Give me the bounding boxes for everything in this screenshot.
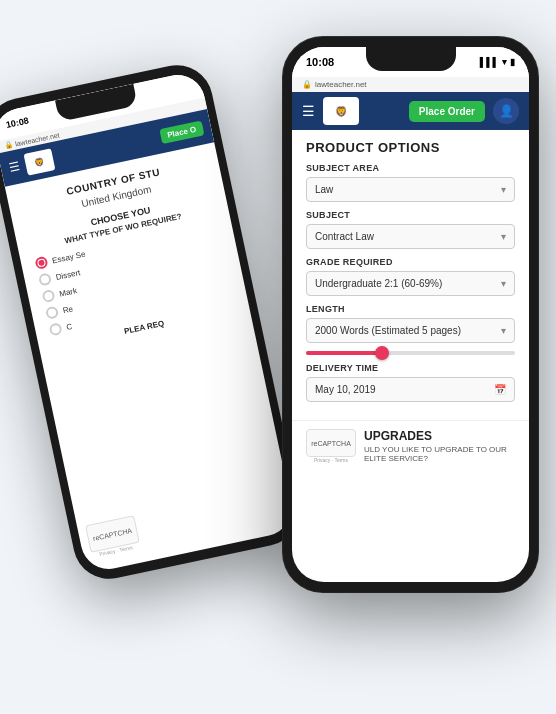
subject-value: Contract Law bbox=[315, 231, 374, 242]
subject-select[interactable]: Contract Law ▾ bbox=[306, 224, 515, 249]
status-icons: ▌▌▌ ▾ ▮ bbox=[480, 57, 515, 67]
back-logo: 🦁 bbox=[23, 148, 55, 175]
subject-chevron-icon: ▾ bbox=[501, 231, 506, 242]
radio-circle-2[interactable] bbox=[41, 289, 55, 303]
subject-area-chevron-icon: ▾ bbox=[501, 184, 506, 195]
grade-label: GRADE REQUIRED bbox=[306, 257, 515, 267]
front-lion-icon: 🦁 bbox=[335, 106, 347, 117]
calendar-icon: 📅 bbox=[494, 384, 506, 395]
recaptcha-front: reCAPTCHA Privacy · Terms bbox=[306, 429, 356, 463]
front-hamburger-icon[interactable]: ☰ bbox=[302, 103, 315, 119]
grade-value: Undergraduate 2:1 (60-69%) bbox=[315, 278, 442, 289]
length-slider-thumb[interactable] bbox=[375, 346, 389, 360]
wifi-icon: ▾ bbox=[502, 57, 507, 67]
signal-icon: ▌▌▌ bbox=[480, 57, 499, 67]
front-time: 10:08 bbox=[306, 56, 334, 68]
back-phone-screen: 10:08 🔒 lawteacher.net ☰ 🦁 Place O COUNT… bbox=[0, 70, 297, 574]
front-recaptcha-badge: reCAPTCHA bbox=[306, 429, 356, 457]
back-hamburger-icon[interactable]: ☰ bbox=[8, 159, 22, 175]
radio-label-3: Re bbox=[62, 304, 74, 315]
front-recaptcha-terms: Privacy · Terms bbox=[306, 457, 356, 463]
upgrades-subtitle: ULD YOU LIKE TO UPGRADE TO OUR ELITE SER… bbox=[364, 445, 515, 463]
back-time: 10:08 bbox=[5, 115, 30, 130]
front-place-order-button[interactable]: Place Order bbox=[409, 101, 485, 122]
front-main-content: PRODUCT OPTIONS SUBJECT AREA Law ▾ SUBJE… bbox=[292, 130, 529, 420]
length-select[interactable]: 2000 Words (Estimated 5 pages) ▾ bbox=[306, 318, 515, 343]
upgrades-text: UPGRADES ULD YOU LIKE TO UPGRADE TO OUR … bbox=[364, 429, 515, 463]
length-chevron-icon: ▾ bbox=[501, 325, 506, 336]
scene: 10:08 🔒 lawteacher.net ☰ 🦁 Place O COUNT… bbox=[18, 17, 538, 697]
front-user-icon[interactable]: 👤 bbox=[493, 98, 519, 124]
length-slider-track bbox=[306, 351, 515, 355]
subject-label: SUBJECT bbox=[306, 210, 515, 220]
front-phone-screen: 10:08 ▌▌▌ ▾ ▮ 🔒 lawteacher.net ☰ 🦁 Place… bbox=[292, 47, 529, 582]
upgrades-title: UPGRADES bbox=[364, 429, 515, 443]
length-slider-container bbox=[306, 351, 515, 355]
back-recaptcha: reCAPTCHA Privacy · Terms bbox=[85, 515, 141, 559]
grade-select[interactable]: Undergraduate 2:1 (60-69%) ▾ bbox=[306, 271, 515, 296]
back-lion-icon: 🦁 bbox=[34, 157, 46, 168]
user-person-icon: 👤 bbox=[499, 104, 514, 118]
front-url-bar: 🔒 lawteacher.net bbox=[292, 77, 529, 92]
length-value: 2000 Words (Estimated 5 pages) bbox=[315, 325, 461, 336]
front-url-text: lawteacher.net bbox=[315, 80, 367, 89]
length-slider-fill bbox=[306, 351, 379, 355]
back-lock-icon: 🔒 bbox=[4, 140, 14, 150]
upgrades-row: reCAPTCHA Privacy · Terms UPGRADES ULD Y… bbox=[306, 429, 515, 463]
front-lock-icon: 🔒 bbox=[302, 80, 312, 89]
radio-label-2: Mark bbox=[58, 286, 77, 299]
radio-circle-1[interactable] bbox=[38, 272, 52, 286]
radio-label-0: Essay Se bbox=[51, 249, 86, 265]
radio-label-1: Dissert bbox=[55, 268, 81, 282]
grade-chevron-icon: ▾ bbox=[501, 278, 506, 289]
front-phone: 10:08 ▌▌▌ ▾ ▮ 🔒 lawteacher.net ☰ 🦁 Place… bbox=[283, 37, 538, 592]
subject-area-value: Law bbox=[315, 184, 333, 195]
subject-area-label: SUBJECT AREA bbox=[306, 163, 515, 173]
front-nav-bar: ☰ 🦁 Place Order 👤 bbox=[292, 92, 529, 130]
radio-circle-4[interactable] bbox=[48, 322, 62, 336]
delivery-date-value: May 10, 2019 bbox=[315, 384, 376, 395]
upgrades-section: reCAPTCHA Privacy · Terms UPGRADES ULD Y… bbox=[292, 420, 529, 471]
back-place-order-button[interactable]: Place O bbox=[159, 120, 205, 144]
front-phone-notch bbox=[366, 47, 456, 71]
battery-icon: ▮ bbox=[510, 57, 515, 67]
delivery-label: DELIVERY TIME bbox=[306, 363, 515, 373]
front-logo: 🦁 bbox=[323, 97, 359, 125]
radio-label-4: C bbox=[65, 321, 73, 331]
delivery-date-field[interactable]: May 10, 2019 📅 bbox=[306, 377, 515, 402]
radio-circle-3[interactable] bbox=[45, 306, 59, 320]
length-label: LENGTH bbox=[306, 304, 515, 314]
product-options-title: PRODUCT OPTIONS bbox=[306, 140, 515, 155]
back-phone: 10:08 🔒 lawteacher.net ☰ 🦁 Place O COUNT… bbox=[0, 58, 306, 585]
radio-circle-0[interactable] bbox=[34, 256, 48, 270]
subject-area-select[interactable]: Law ▾ bbox=[306, 177, 515, 202]
